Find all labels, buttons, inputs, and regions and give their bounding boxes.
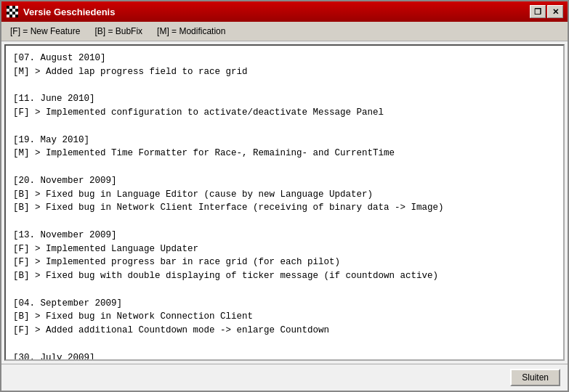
window-title: Versie Geschiedenis [23,7,530,17]
checkered-flag-icon [7,6,18,17]
main-window: Versie Geschiedenis ❐ ✕ [F] = New Featur… [0,0,569,392]
footer: Sluiten [1,364,568,391]
legend-modification: [M] = Modification [157,26,225,36]
version-history-text[interactable]: [07. August 2010] [M] > Added lap progre… [6,46,563,359]
content-area: [07. August 2010] [M] > Added lap progre… [4,44,565,361]
close-button[interactable]: ✕ [547,5,563,18]
close-sluiten-button[interactable]: Sluiten [510,369,560,386]
legend-bugfix: [B] = BubFix [94,26,142,36]
window-icon [6,5,19,18]
legend-new-feature: [F] = New Feature [10,26,80,36]
legend-bar: [F] = New Feature [B] = BubFix [M] = Mod… [1,22,568,41]
title-bar: Versie Geschiedenis ❐ ✕ [1,1,568,22]
title-buttons: ❐ ✕ [530,5,563,18]
minimize-button[interactable]: ❐ [530,5,546,18]
